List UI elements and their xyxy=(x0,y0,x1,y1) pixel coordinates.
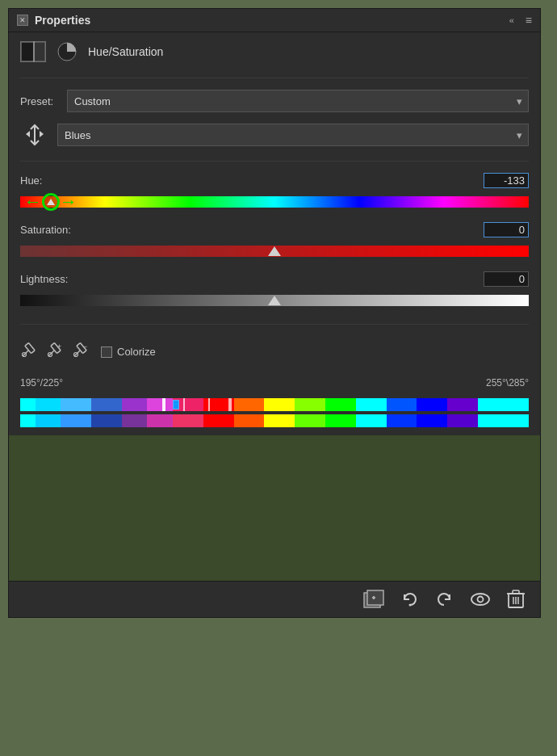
panel-body: Hue/Saturation Preset: Custom xyxy=(9,32,540,435)
colorize-label[interactable]: Colorize xyxy=(101,346,156,358)
svg-text:−: − xyxy=(83,342,87,351)
preset-label: Preset: xyxy=(20,95,59,107)
collapse-icon[interactable]: « xyxy=(509,15,514,25)
image-preview-area xyxy=(9,435,540,581)
color-spectrum-bar[interactable] xyxy=(20,398,529,427)
divider-2 xyxy=(20,161,529,162)
hue-sat-icon xyxy=(54,40,80,63)
sat-gradient-bar xyxy=(20,246,529,257)
svg-point-21 xyxy=(478,597,484,603)
lightness-slider-row: Lightness: xyxy=(20,271,529,313)
svg-point-19 xyxy=(409,604,412,607)
svg-point-20 xyxy=(471,594,489,605)
svg-rect-24 xyxy=(513,590,519,594)
light-slider-header: Lightness: xyxy=(20,271,529,287)
svg-rect-3 xyxy=(33,41,35,62)
header-row: Hue/Saturation xyxy=(20,40,529,66)
light-slider-track[interactable] xyxy=(20,288,529,313)
undo-button[interactable] xyxy=(432,588,458,611)
svg-rect-1 xyxy=(22,43,33,61)
range-marker-3[interactable] xyxy=(208,398,210,411)
channel-row: Blues xyxy=(20,120,529,149)
panel-title: Properties xyxy=(35,14,90,27)
svg-text:+: + xyxy=(57,342,61,351)
divider-1 xyxy=(20,78,529,78)
hue-value-input[interactable] xyxy=(484,173,529,188)
eyedropper-add-icon[interactable]: + xyxy=(46,341,64,363)
preset-row: Preset: Custom xyxy=(20,90,529,112)
range-marker-2[interactable] xyxy=(183,398,185,411)
adjustment-type-label: Hue/Saturation xyxy=(88,45,163,58)
range-labels-row: 195°/225° 255°\285° xyxy=(20,376,529,390)
range-handle-blue[interactable] xyxy=(173,400,179,410)
range-right-label: 255°\285° xyxy=(486,377,529,388)
channel-dropdown-wrapper[interactable]: Blues xyxy=(57,124,529,146)
divider-3 xyxy=(20,324,529,325)
hue-slider-header: Hue: xyxy=(20,173,529,188)
colorize-row: + − Colorize xyxy=(20,336,529,368)
svg-rect-2 xyxy=(35,43,44,61)
hue-slider-track[interactable]: ← → xyxy=(20,190,529,214)
eyedropper-group: + − xyxy=(20,341,90,363)
range-marker-4[interactable] xyxy=(228,398,232,411)
saturation-slider-row: Saturation: xyxy=(20,222,529,263)
visibility-button[interactable] xyxy=(467,588,493,611)
range-marker-1[interactable] xyxy=(162,398,165,411)
menu-icon[interactable]: ≡ xyxy=(526,14,532,27)
light-value-input[interactable] xyxy=(484,271,529,287)
hue-label: Hue: xyxy=(20,174,42,187)
channel-adjust-icon[interactable] xyxy=(20,120,49,149)
title-bar: ✕ Properties « ≡ xyxy=(9,9,540,32)
bottom-spectrum-strip xyxy=(20,414,529,427)
preset-select[interactable]: Custom xyxy=(67,90,529,112)
sat-slider-track[interactable] xyxy=(20,239,529,263)
redo-button[interactable] xyxy=(396,588,422,611)
sat-slider-header: Saturation: xyxy=(20,222,529,237)
colorize-text: Colorize xyxy=(117,346,156,358)
top-spectrum-strip xyxy=(20,398,529,411)
new-layer-button[interactable] xyxy=(361,588,387,611)
sat-value-input[interactable] xyxy=(484,222,529,237)
footer-toolbar xyxy=(9,581,540,617)
sat-label: Saturation: xyxy=(20,224,71,236)
delete-button[interactable] xyxy=(503,588,529,611)
layer-thumbnail-icon xyxy=(20,40,46,63)
colorize-checkbox[interactable] xyxy=(101,346,112,358)
preset-dropdown-wrapper[interactable]: Custom xyxy=(67,90,529,112)
properties-panel: ✕ Properties « ≡ xyxy=(8,8,541,618)
close-button[interactable]: ✕ xyxy=(17,15,28,26)
eyedropper-sample-icon[interactable] xyxy=(20,341,38,363)
eyedropper-subtract-icon[interactable]: − xyxy=(72,341,90,363)
range-left-label: 195°/225° xyxy=(20,377,63,388)
title-bar-left: ✕ Properties xyxy=(17,14,90,27)
channel-select[interactable]: Blues xyxy=(57,124,529,146)
light-gradient-bar xyxy=(20,295,529,306)
hue-gradient-bar xyxy=(20,196,529,208)
light-label: Lightness: xyxy=(20,273,68,285)
hue-slider-row: Hue: ← → xyxy=(20,173,529,214)
